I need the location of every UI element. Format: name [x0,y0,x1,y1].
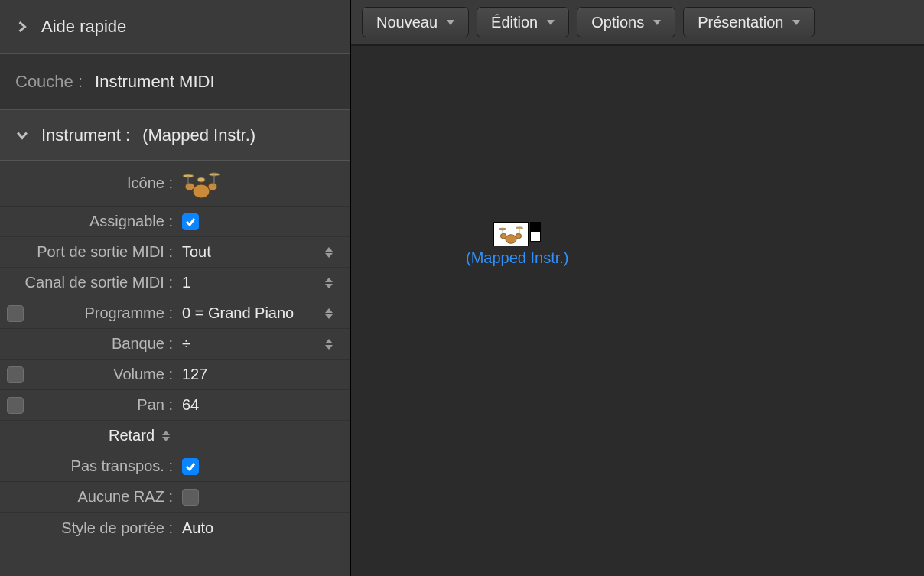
program-value[interactable]: 0 = Grand Piano [182,304,294,322]
midi-out-port-label: Port de sortie MIDI : [37,243,173,261]
svg-point-7 [197,177,205,182]
no-transpose-label: Pas transpos. : [71,457,173,475]
flag-icon [530,222,541,242]
instrument-header[interactable]: Instrument : (Mapped Instr.) [0,110,350,161]
pan-label: Pan : [137,396,173,414]
midi-out-chan-value[interactable]: 1 [182,274,190,291]
assignable-label: Assignable : [89,213,173,230]
no-reset-checkbox[interactable] [182,489,199,506]
midi-out-port-stepper[interactable] [322,243,336,262]
edit-menu[interactable]: Édition [477,7,569,37]
mapped-instrument-object[interactable]: (Mapped Instr.) [466,222,569,267]
row-staff-style: Style de portée : Auto [0,513,350,543]
volume-value[interactable]: 127 [182,366,207,383]
svg-point-9 [501,233,507,239]
property-list: Icône : [0,161,350,543]
new-menu-label: Nouveau [376,14,438,31]
layer-header: Couche : Instrument MIDI [0,54,350,110]
midi-out-chan-stepper[interactable] [322,274,336,292]
chevron-down-icon [15,129,29,142]
caret-down-icon [792,20,800,25]
volume-enable-checkbox[interactable] [7,366,24,383]
row-no-reset: Aucune RAZ : [0,482,350,513]
inspector-sidebar: Aide rapide Couche : Instrument MIDI Ins… [0,0,351,576]
pan-value[interactable]: 64 [182,396,199,414]
instrument-label: Instrument : [41,125,130,145]
pan-enable-checkbox[interactable] [7,397,24,414]
row-volume: Volume : 127 [0,360,350,390]
bank-stepper[interactable] [322,335,336,353]
caret-down-icon [653,20,661,25]
bank-value[interactable]: ÷ [182,335,190,353]
chevron-right-icon [15,20,29,34]
row-midi-out-port: Port de sortie MIDI : Tout [0,237,350,268]
object-drum-kit-icon [493,222,529,246]
svg-point-2 [208,183,217,190]
icon-label: Icône : [127,174,173,192]
row-midi-out-chan: Canal de sortie MIDI : 1 [0,268,350,298]
options-menu-label: Options [591,14,644,31]
midi-out-chan-label: Canal de sortie MIDI : [25,274,173,291]
view-menu[interactable]: Présentation [683,7,815,37]
staff-style-label: Style de portée : [61,519,173,537]
row-assignable: Assignable : [0,207,350,237]
delay-stepper[interactable] [159,427,173,445]
assignable-checkbox[interactable] [182,213,199,230]
row-no-transpose: Pas transpos. : [0,451,350,482]
row-icon: Icône : [0,161,350,207]
program-enable-checkbox[interactable] [7,305,24,322]
svg-point-0 [193,184,210,198]
no-reset-label: Aucune RAZ : [77,488,173,506]
row-pan: Pan : 64 [0,390,350,421]
program-label: Programme : [84,304,173,322]
drum-kit-icon[interactable] [182,168,220,199]
no-transpose-checkbox[interactable] [182,458,199,475]
caret-down-icon [447,20,454,25]
row-program: Programme : 0 = Grand Piano [0,298,350,329]
staff-style-value[interactable]: Auto [182,519,213,537]
svg-point-1 [185,183,194,190]
quick-help-label: Aide rapide [41,17,126,37]
program-stepper[interactable] [322,304,336,323]
svg-point-10 [516,233,522,239]
instrument-value: (Mapped Instr.) [142,125,255,145]
row-delay: Retard [0,421,350,451]
layer-label: Couche : [15,72,83,92]
volume-label: Volume : [113,366,173,383]
environment-canvas-area: Nouveau Édition Options Présentation [351,0,924,576]
object-label: (Mapped Instr.) [466,249,569,267]
edit-menu-label: Édition [491,14,538,31]
quick-help-header[interactable]: Aide rapide [0,0,350,54]
toolbar: Nouveau Édition Options Présentation [351,0,924,46]
options-menu[interactable]: Options [577,7,675,37]
row-bank: Banque : ÷ [0,329,350,360]
view-menu-label: Présentation [698,14,783,31]
environment-canvas[interactable]: (Mapped Instr.) [351,46,924,576]
svg-point-8 [506,235,516,244]
layer-value: Instrument MIDI [95,72,214,92]
delay-label[interactable]: Retard [109,427,155,444]
midi-out-port-value[interactable]: Tout [182,243,211,261]
caret-down-icon [547,20,555,25]
bank-label: Banque : [112,335,173,353]
new-menu[interactable]: Nouveau [362,7,469,37]
